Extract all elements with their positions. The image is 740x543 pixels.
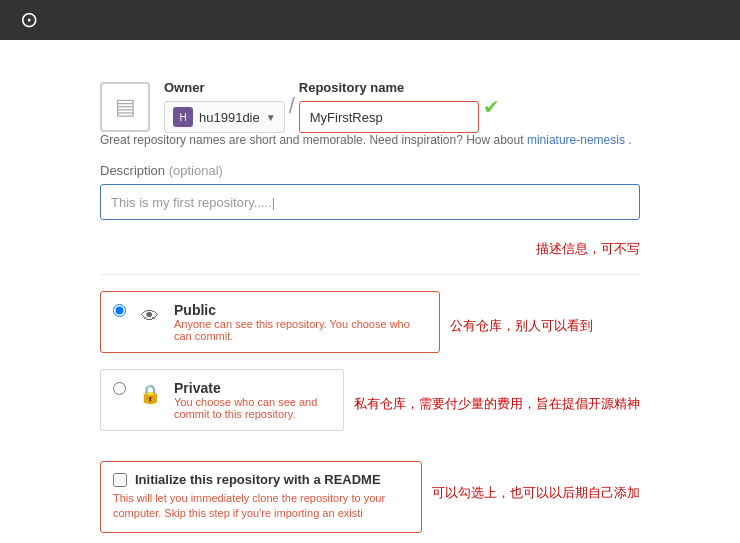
private-annotation: 私有仓库，需要付少量的费用，旨在提倡开源精神 [354,395,640,413]
public-radio-title: Public [174,302,427,318]
repo-icon: ▤ [115,94,136,120]
public-option-row: 👁 Public Anyone can see this repository.… [100,291,640,361]
repo-name-label: Repository name [299,80,479,95]
suggestion-link[interactable]: miniature-nemesis [527,133,625,147]
description-row [100,184,640,224]
public-radio-content: Public Anyone can see this repository. Y… [174,302,427,342]
owner-select[interactable]: H hu1991die ▼ [164,101,285,133]
readme-section-row: Initialize this repository with a README… [100,449,640,537]
private-radio-content: Private You choose who can see and commi… [174,380,331,420]
public-annotation: 公有仓库，别人可以看到 [450,317,593,335]
github-logo: ⊙ [20,7,38,33]
slash-divider: / [289,90,295,124]
private-radio-option[interactable]: 🔒 Private You choose who can see and com… [100,369,344,431]
section-divider [100,274,640,275]
repo-icon-box: ▤ [100,82,150,132]
repo-name-field-group: Repository name [299,80,479,133]
description-label: Description (optional) [100,163,640,178]
repo-name-input[interactable] [299,101,479,133]
readme-row: Initialize this repository with a README [113,472,409,487]
private-radio-title: Private [174,380,331,396]
description-optional: (optional) [169,163,223,178]
private-radio-desc: You choose who can see and commit to thi… [174,396,331,420]
private-radio-input[interactable] [113,382,126,395]
readme-section: Initialize this repository with a README… [100,461,422,533]
description-input[interactable] [100,184,640,220]
owner-name: hu1991die [199,110,260,125]
owner-repo-row: ▤ Owner H hu1991die ▼ / Repository name … [100,80,640,133]
chevron-down-icon: ▼ [266,112,276,123]
owner-field-group: Owner H hu1991die ▼ [164,80,285,133]
readme-annotation: 可以勾选上，也可以以后期自己添加 [432,484,640,502]
public-radio-desc: Anyone can see this repository. You choo… [174,318,427,342]
public-icon: 👁 [136,302,164,330]
public-radio-input[interactable] [113,304,126,317]
owner-label: Owner [164,80,285,95]
top-header: ⊙ [0,0,740,40]
public-radio-option[interactable]: 👁 Public Anyone can see this repository.… [100,291,440,353]
owner-avatar: H [173,107,193,127]
lock-icon: 🔒 [136,380,164,408]
suggestion-text: Great repository names are short and mem… [100,133,640,147]
readme-checkbox[interactable] [113,473,127,487]
readme-label: Initialize this repository with a README [135,472,381,487]
valid-checkmark: ✔ [483,91,500,123]
readme-desc: This will let you immediately clone the … [113,491,409,522]
description-annotation: 描述信息，可不写 [536,240,640,258]
private-option-row: 🔒 Private You choose who can see and com… [100,369,640,439]
